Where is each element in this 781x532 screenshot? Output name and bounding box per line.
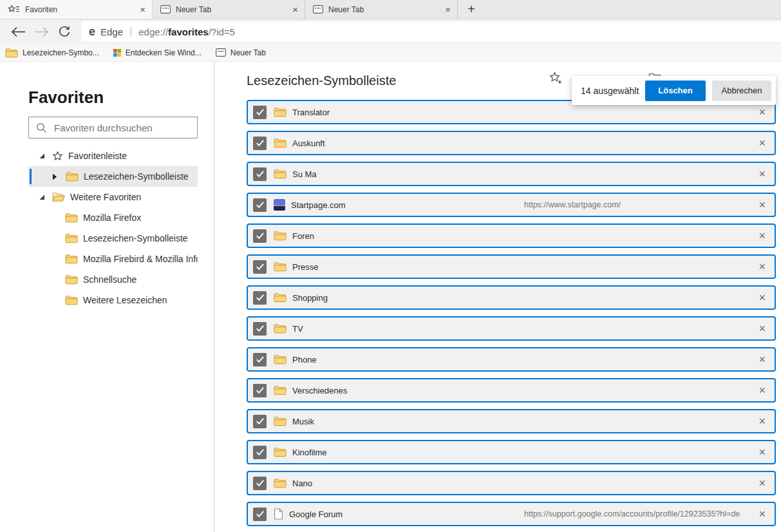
favorites-tree: FavoritenleisteLesezeichen-SymbolleisteW…: [0, 146, 214, 310]
bookmark-lesezeichen-symbo[interactable]: Lesezeichen-Symbo...: [5, 48, 99, 58]
forward-button[interactable]: [30, 22, 53, 41]
favorite-row-musik[interactable]: Musik×: [247, 409, 776, 433]
tree-item-label: Lesezeichen-Symbolleiste: [83, 233, 188, 243]
favorite-row-google-forum[interactable]: Google Forumhttps://support.google.com/a…: [247, 502, 776, 526]
remove-favorite-icon[interactable]: ×: [758, 354, 766, 365]
favorite-row-auskunft[interactable]: Auskunft×: [247, 131, 776, 155]
url-path: /?id=5: [209, 26, 235, 37]
cancel-button[interactable]: Abbrechen: [712, 81, 771, 101]
new-tab-button[interactable]: +: [458, 0, 485, 19]
favorite-row-phone[interactable]: Phone×: [247, 347, 776, 372]
tree-item-weitere-favoriten[interactable]: Weitere Favoriten: [28, 187, 198, 207]
bookmark-entdecken-sie-wind[interactable]: Entdecken Sie Wind...: [113, 48, 202, 57]
remove-favorite-icon[interactable]: ×: [758, 508, 766, 520]
tree-item-label: Mozilla Firebird & Mozilla Info: [83, 254, 198, 264]
folder-icon: [65, 233, 78, 243]
remove-favorite-icon[interactable]: ×: [758, 385, 766, 396]
tab-close-icon[interactable]: ×: [445, 5, 451, 14]
tree-item-lesezeichen-symbolleiste[interactable]: Lesezeichen-Symbolleiste: [28, 166, 198, 187]
tab-close-icon[interactable]: ×: [292, 5, 298, 14]
remove-favorite-icon[interactable]: ×: [758, 415, 766, 427]
bookmark-neuer-tab[interactable]: Neuer Tab: [216, 48, 266, 57]
delete-button[interactable]: Löschen: [645, 81, 706, 101]
search-input[interactable]: [53, 122, 197, 134]
checkbox[interactable]: [253, 260, 267, 274]
tree-item-label: Weitere Lesezeichen: [83, 295, 167, 305]
tree-item-weitere-lesezeichen[interactable]: Weitere Lesezeichen: [28, 290, 198, 310]
checkbox[interactable]: [253, 508, 267, 521]
favorite-row-kinofilme[interactable]: Kinofilme×: [247, 440, 776, 464]
folder-icon: [274, 354, 287, 365]
tab-favoriten[interactable]: Favoriten×: [0, 0, 153, 19]
address-bar[interactable]: e Edge | edge://favorites/?id=5: [81, 21, 781, 42]
selection-count: 14 ausgewählt: [581, 86, 639, 96]
checkbox[interactable]: [253, 137, 267, 150]
add-favorite-button[interactable]: [549, 71, 562, 84]
tree-item-favoritenleiste[interactable]: Favoritenleiste: [28, 146, 198, 166]
tab-close-icon[interactable]: ×: [140, 5, 146, 14]
checkbox[interactable]: [253, 229, 267, 243]
favorite-row-su-ma[interactable]: Su Ma×: [247, 162, 776, 186]
folder-icon: [274, 138, 287, 148]
folder-icon: [65, 274, 78, 285]
checkbox[interactable]: [253, 384, 267, 397]
tab-neuer-tab[interactable]: Neuer Tab×: [305, 0, 458, 19]
favorite-row-shopping[interactable]: Shopping×: [247, 285, 776, 310]
refresh-button[interactable]: [53, 22, 76, 41]
remove-favorite-icon[interactable]: ×: [758, 168, 766, 180]
checkbox[interactable]: [253, 198, 267, 212]
bookmarks-bar: Lesezeichen-Symbo...Entdecken Sie Wind..…: [0, 44, 781, 62]
folder-icon: [274, 292, 287, 303]
back-button[interactable]: [6, 22, 30, 41]
tree-item-mozilla-firebird-mozilla-info[interactable]: Mozilla Firebird & Mozilla Info: [28, 249, 198, 269]
favorite-row-verschiedenes[interactable]: Verschiedenes×: [247, 378, 776, 403]
remove-favorite-icon[interactable]: ×: [758, 199, 766, 211]
navigation-toolbar: e Edge | edge://favorites/?id=5: [0, 19, 781, 44]
folder-icon: [274, 169, 287, 179]
tree-collapsed-icon: [52, 173, 59, 180]
remove-favorite-icon[interactable]: ×: [758, 261, 766, 272]
checkbox[interactable]: [253, 167, 267, 181]
checkbox[interactable]: [253, 446, 267, 459]
folder-icon: [65, 213, 78, 223]
url-text: edge://favorites/?id=5: [138, 26, 235, 37]
favorites-sidebar: Favoriten FavoritenleisteLesezeichen-Sym…: [0, 62, 214, 532]
favorite-row-foren[interactable]: Foren×: [247, 223, 776, 248]
favorite-title: Presse: [292, 262, 318, 272]
favorite-row-tv[interactable]: TV×: [247, 316, 776, 341]
folder-icon: [274, 385, 287, 395]
remove-favorite-icon[interactable]: ×: [758, 137, 766, 149]
remove-favorite-icon[interactable]: ×: [758, 477, 766, 489]
favorite-row-presse[interactable]: Presse×: [247, 254, 776, 279]
tree-item-lesezeichen-symbolleiste[interactable]: Lesezeichen-Symbolleiste: [28, 228, 198, 249]
checkbox[interactable]: [253, 415, 267, 428]
refresh-icon: [58, 25, 71, 38]
favorites-search-box[interactable]: [28, 117, 198, 138]
favorites-list: Translator×Auskunft×Su Ma×Startpage.comh…: [247, 100, 776, 526]
folder-icon: [274, 447, 287, 457]
checkbox[interactable]: [253, 291, 267, 305]
tree-item-schnellsuche[interactable]: Schnellsuche: [28, 269, 198, 290]
checkbox[interactable]: [253, 106, 267, 119]
remove-favorite-icon[interactable]: ×: [758, 106, 766, 118]
remove-favorite-icon[interactable]: ×: [758, 323, 766, 334]
remove-favorite-icon[interactable]: ×: [758, 446, 766, 458]
tab-bar: Favoriten×Neuer Tab×Neuer Tab× +: [0, 0, 781, 19]
bookmark-label: Lesezeichen-Symbo...: [23, 48, 99, 57]
browser-window: Favoriten×Neuer Tab×Neuer Tab× + e Edge …: [0, 0, 781, 532]
checkbox[interactable]: [253, 322, 267, 336]
favorite-row-nano[interactable]: Nano×: [247, 471, 776, 495]
remove-favorite-icon[interactable]: ×: [758, 292, 766, 303]
remove-favorite-icon[interactable]: ×: [758, 230, 766, 242]
favorites-main-pane: Lesezeichen-Symbolleiste 14 ausgewählt L…: [214, 62, 781, 532]
checkbox[interactable]: [253, 477, 267, 490]
tree-item-mozilla-firefox[interactable]: Mozilla Firefox: [28, 207, 198, 228]
favorite-title: Su Ma: [292, 169, 317, 179]
folder-icon: [66, 171, 79, 182]
sidebar-title: Favoriten: [28, 88, 214, 108]
folder-icon: [274, 107, 287, 117]
favorite-title: Google Forum: [289, 509, 343, 519]
tab-neuer-tab[interactable]: Neuer Tab×: [153, 0, 305, 19]
favorite-row-startpage-com[interactable]: Startpage.comhttps://www.startpage.com/×: [247, 193, 776, 217]
checkbox[interactable]: [253, 353, 267, 366]
